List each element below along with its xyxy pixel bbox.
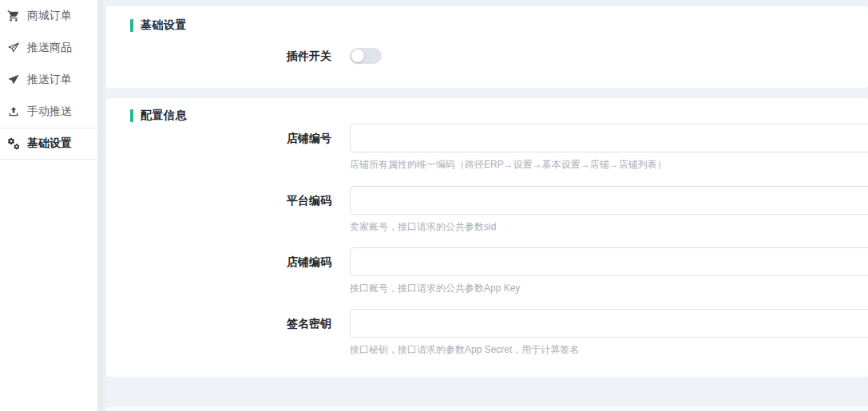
sidebar-item-label: 推送商品 — [27, 41, 72, 55]
paper-plane-icon — [7, 73, 20, 86]
shop-number-label: 店铺编号 — [106, 124, 331, 152]
sidebar-item-mall-orders[interactable]: 商城订单 — [0, 0, 97, 32]
plugin-switch-toggle[interactable] — [350, 48, 382, 64]
sign-secret-hint: 接口秘钥，接口请求的参数App Secret，用于计算签名 — [350, 343, 860, 357]
shop-number-input[interactable] — [350, 124, 868, 152]
sidebar-item-label: 手动推送 — [27, 105, 72, 119]
sign-secret-input[interactable] — [350, 309, 868, 338]
platform-code-input[interactable] — [350, 186, 868, 215]
sidebar-item-push-products[interactable]: 推送商品 — [0, 32, 97, 64]
shop-code-input[interactable] — [350, 247, 868, 276]
sidebar-item-label: 商城订单 — [27, 9, 72, 23]
section-title-text: 基础设置 — [141, 18, 187, 33]
switch-knob — [351, 49, 364, 62]
plugin-switch-label: 插件开关 — [106, 41, 331, 70]
sidebar-item-push-orders[interactable]: 推送订单 — [0, 64, 97, 96]
section-title-text: 配置信息 — [141, 109, 187, 123]
shop-code-hint: 接口账号，接口请求的公共参数App Key — [350, 282, 860, 295]
sidebar: 商城订单 推送商品 推送订单 手动推送 基础设置 — [0, 0, 98, 411]
shopping-cart-icon — [7, 10, 20, 22]
main-content: 基础设置 插件开关 配置信息 店铺编号 店铺所有属性的唯一编码（路径ERP→设置… — [99, 0, 868, 411]
paper-plane-outline-icon — [7, 41, 20, 54]
section-title-basic: 基础设置 — [130, 18, 868, 34]
upload-icon — [7, 105, 20, 118]
sign-secret-label: 签名密钥 — [106, 309, 331, 338]
sidebar-item-basic-settings[interactable]: 基础设置 — [0, 128, 97, 160]
sidebar-item-label: 基础设置 — [27, 136, 72, 151]
section-accent-bar — [130, 109, 133, 122]
gears-icon — [7, 137, 20, 150]
sidebar-item-manual-push[interactable]: 手动推送 — [0, 96, 97, 128]
platform-code-hint: 卖家账号，接口请求的公共参数sid — [350, 220, 860, 234]
shop-number-hint: 店铺所有属性的唯一编码（路径ERP→设置→基本设置→店铺→店铺列表） — [350, 158, 860, 172]
section-title-config: 配置信息 — [130, 108, 868, 124]
shop-code-label: 店铺编码 — [106, 247, 331, 276]
section-accent-bar — [130, 19, 133, 32]
basic-settings-card: 基础设置 插件开关 — [106, 6, 868, 88]
sidebar-item-label: 推送订单 — [27, 73, 72, 87]
next-card-edge — [106, 407, 868, 411]
config-info-card: 配置信息 店铺编号 店铺所有属性的唯一编码（路径ERP→设置→基本设置→店铺→店… — [106, 98, 868, 377]
platform-code-label: 平台编码 — [106, 186, 331, 215]
